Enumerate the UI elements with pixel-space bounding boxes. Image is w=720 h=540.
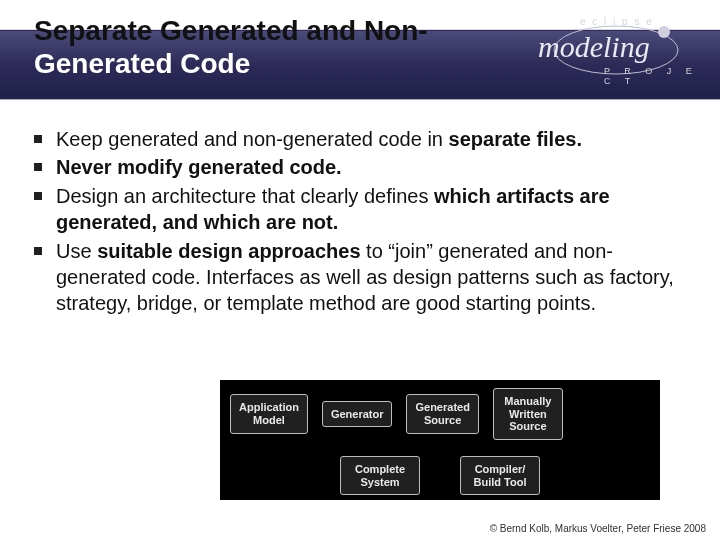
- eclipse-modeling-logo: e c l i p s e modeling P R O J E C T: [528, 8, 708, 96]
- title-line-1: Separate Generated and Non-: [34, 15, 428, 46]
- logo-project-text: P R O J E C T: [604, 66, 708, 86]
- logo-eclipse-text: e c l i p s e: [580, 16, 654, 27]
- diagram-box: ApplicationModel: [230, 394, 308, 433]
- diagram-box: Generator: [322, 401, 393, 428]
- svg-point-1: [658, 26, 670, 38]
- diagram-box: GeneratedSource: [406, 394, 478, 433]
- diagram-box: Compiler/Build Tool: [460, 456, 540, 495]
- bullet-text: Use: [56, 240, 97, 262]
- bullet-item: Keep generated and non-generated code in…: [34, 126, 686, 152]
- bullet-text: Design an architecture that clearly defi…: [56, 185, 434, 207]
- logo-modeling-text: modeling: [538, 30, 650, 64]
- bullet-bold: Never modify generated code.: [56, 156, 342, 178]
- bullet-text: Keep generated and non-generated code in: [56, 128, 449, 150]
- diagram-row-1: ApplicationModel Generator GeneratedSour…: [230, 388, 650, 440]
- slide-title: Separate Generated and Non- Generated Co…: [34, 0, 474, 80]
- title-line-2: Generated Code: [34, 48, 250, 79]
- slide-footer: © Bernd Kolb, Markus Voelter, Peter Frie…: [490, 523, 706, 534]
- bullet-list: Keep generated and non-generated code in…: [34, 126, 686, 317]
- bullet-item: Design an architecture that clearly defi…: [34, 183, 686, 236]
- bullet-bold: separate files.: [449, 128, 582, 150]
- architecture-diagram: ApplicationModel Generator GeneratedSour…: [220, 380, 660, 500]
- bullet-item: Use suitable design approaches to “join”…: [34, 238, 686, 317]
- diagram-row-2: CompleteSystem Compiler/Build Tool: [230, 456, 650, 495]
- bullet-bold: suitable design approaches: [97, 240, 360, 262]
- bullet-item: Never modify generated code.: [34, 154, 686, 180]
- diagram-box: ManuallyWrittenSource: [493, 388, 563, 440]
- diagram-box: CompleteSystem: [340, 456, 420, 495]
- slide-body: Keep generated and non-generated code in…: [0, 110, 720, 317]
- slide-header: Separate Generated and Non- Generated Co…: [0, 0, 720, 110]
